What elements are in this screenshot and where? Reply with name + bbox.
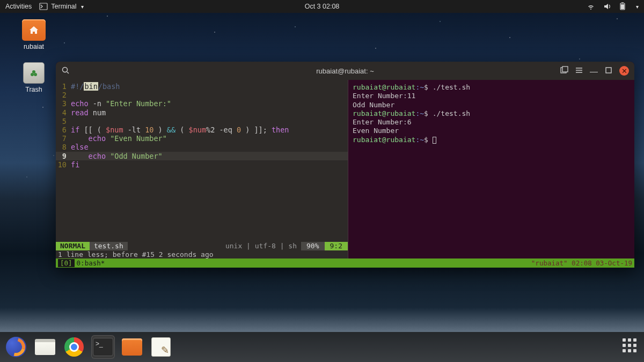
chevron-down-icon [80,3,84,10]
shell-pane[interactable]: rubaiat@rubaiat:~$ ./test.shEnter Number… [348,80,634,258]
search-icon[interactable] [61,66,70,76]
trash-can-icon [23,62,45,84]
code-content: #!/bin/bash [71,82,120,91]
vim-filename: test.sh [90,242,128,250]
shell-output-line: Odd Number [353,101,630,109]
text-editor-icon [151,337,171,357]
shell-prompt-line: rubaiat@rubaiat:~$ [353,136,630,144]
line-number: 5 [56,117,71,125]
trash-label: Trash [25,86,42,93]
editor-line: 8else [56,143,348,151]
code-content: else [71,143,89,151]
dock-files[interactable] [33,335,57,359]
editor-line: 10fi [56,160,348,169]
firefox-icon [6,337,26,357]
new-tab-icon[interactable] [560,66,568,76]
dock-text-editor[interactable] [149,335,173,359]
line-number: 6 [56,125,71,134]
window-titlebar[interactable]: rubaiat@rubaiat: ~ — ✕ [56,62,634,80]
svg-rect-3 [621,3,624,4]
terminal-window: rubaiat@rubaiat: ~ — ✕ 1#!/bin/bash23ech… [56,62,634,268]
vim-message: 1 line less; before #15 2 seconds ago [56,250,348,258]
chrome-icon [64,337,84,357]
shell-output-line: Enter Number:6 [353,118,630,127]
code-content: echo "Odd Number" [71,152,163,160]
home-folder-label: rubaiat [24,43,44,50]
editor-pane[interactable]: 1#!/bin/bash23echo -n "Enter Number:"4re… [56,80,348,258]
shell-cursor [433,137,436,144]
vim-editor[interactable]: 1#!/bin/bash23echo -n "Enter Number:"4re… [56,80,348,242]
desktop-icons: rubaiat Trash [15,19,53,105]
line-number: 4 [56,108,71,117]
svg-rect-10 [606,68,611,73]
terminal-app-icon: >_ [93,338,113,356]
shell-output-line: Even Number [353,127,630,135]
code-content: if [[ ( $num -lt 10 ) && ( $num%2 -eq 0 … [71,125,289,134]
home-folder-icon[interactable]: rubaiat [15,19,53,50]
system-menu-chevron-icon[interactable] [635,3,639,10]
line-number: 8 [56,143,71,151]
svg-point-4 [31,73,34,76]
dock-chrome[interactable] [62,335,86,359]
code-content: read num [71,108,106,117]
editor-line: 7 echo "Even Number" [56,134,348,143]
editor-line: 9 echo "Odd Number" [56,152,348,160]
editor-line: 2 [56,91,348,99]
svg-point-5 [34,73,37,76]
editor-line: 3echo -n "Enter Number:" [56,99,348,108]
editor-line: 6if [[ ( $num -lt 10 ) && ( $num%2 -eq 0… [56,125,348,134]
activities-button[interactable]: Activities [5,3,32,10]
vim-percent: 90% [301,242,324,250]
window-title: rubaiat@rubaiat: ~ [316,67,374,75]
shell-prompt-line: rubaiat@rubaiat:~$ ./test.sh [353,109,630,118]
svg-point-7 [63,67,68,72]
vim-fileinfo: unix | utf-8 | sh [128,242,301,250]
shell-prompt-line: rubaiat@rubaiat:~$ ./test.sh [353,83,630,92]
files-icon [35,339,55,355]
svg-rect-0 [40,3,47,10]
volume-icon[interactable] [603,2,611,11]
trash-icon[interactable]: Trash [15,62,53,93]
terminal-icon [39,2,48,11]
vim-cursor-pos: 9:2 [325,242,348,250]
svg-point-6 [32,70,35,73]
editor-line: 4read num [56,108,348,117]
wifi-icon[interactable] [587,2,595,11]
dock-terminal[interactable]: >_ [91,335,115,359]
gnome-topbar: Activities Terminal Oct 3 02:08 [0,0,644,13]
line-number: 1 [56,82,71,91]
dock-firefox[interactable] [4,335,28,359]
minimize-button[interactable]: — [590,67,598,76]
line-number: 3 [56,99,71,108]
house-icon [28,25,39,35]
tmux-session: [0] [58,259,75,267]
code-content: echo -n "Enter Number:" [71,99,171,108]
editor-line: 5 [56,117,348,125]
battery-icon[interactable] [619,2,627,11]
vim-mode: NORMAL [56,242,90,250]
code-content: fi [71,160,79,169]
line-number: 7 [56,134,71,143]
clock[interactable]: Oct 3 02:08 [305,3,340,10]
close-button[interactable]: ✕ [619,66,629,76]
app-menu[interactable]: Terminal [39,2,83,11]
shell-output-line: Enter Number:11 [353,92,630,100]
tmux-right-status: "rubaiat" 02:08 03-Oct-19 [531,259,632,267]
line-number: 2 [56,91,71,99]
editor-line: 1#!/bin/bash [56,82,348,91]
code-content: echo "Even Number" [71,134,167,143]
svg-rect-9 [562,67,568,72]
maximize-button[interactable] [604,66,613,76]
tmux-window: 0:bash* [77,259,105,267]
app-menu-label: Terminal [51,3,76,10]
vim-statusline: NORMAL test.sh unix | utf-8 | sh 90% 9:2 [56,242,348,250]
dock-folder[interactable] [120,335,144,359]
dock: >_ [0,332,644,362]
line-number: 9 [56,152,71,160]
orange-folder-icon [122,338,142,356]
show-applications-button[interactable] [623,338,640,356]
hamburger-menu-icon[interactable] [575,66,583,76]
svg-rect-2 [621,4,624,9]
folder-icon [22,19,46,41]
tmux-statusbar: [0] 0:bash* "rubaiat" 02:08 03-Oct-19 [56,258,634,268]
